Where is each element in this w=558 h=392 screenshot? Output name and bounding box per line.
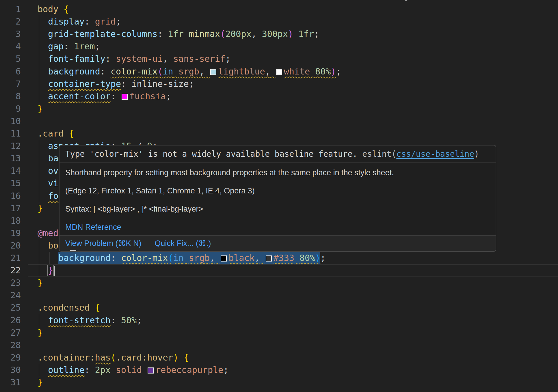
line-number[interactable]: 21 xyxy=(0,252,21,264)
token xyxy=(204,66,210,76)
code-line[interactable]: 4 gap: 1rem; xyxy=(0,40,558,53)
line-number[interactable]: 24 xyxy=(0,289,21,301)
line-number[interactable]: 31 xyxy=(0,376,21,389)
bracket-match: } xyxy=(48,265,53,275)
code-line[interactable]: 26 font-stretch: 50%; xyxy=(0,314,558,326)
quick-fix-link[interactable]: Quick Fix... (⌘.) xyxy=(155,239,211,248)
line-number[interactable]: 6 xyxy=(0,65,21,78)
token: ; xyxy=(166,91,171,101)
code-line[interactable]: 30 outline: 2px solid rebeccapurple; xyxy=(0,364,558,376)
token: } xyxy=(38,377,43,387)
token: 200px xyxy=(225,29,251,39)
token: @med xyxy=(38,228,58,238)
line-number[interactable]: 23 xyxy=(0,277,21,289)
hover-tooltip: Type 'color-mix' is not a widely availab… xyxy=(59,145,496,252)
line-number[interactable]: 8 xyxy=(0,90,21,102)
line-number[interactable]: 29 xyxy=(0,351,21,364)
code-line[interactable]: 31} xyxy=(0,376,558,389)
code-line[interactable]: 6 background: color-mix(in srgb, lightbl… xyxy=(0,65,558,78)
line-number[interactable]: 3 xyxy=(0,28,21,40)
token: ) xyxy=(288,29,293,39)
line-number[interactable]: 14 xyxy=(0,165,21,177)
token: grid xyxy=(95,16,116,27)
line-number[interactable]: 4 xyxy=(0,40,21,53)
token: ; xyxy=(320,253,326,263)
view-problem-link[interactable]: View Problem (⌘K N) xyxy=(65,239,142,248)
ui-sliver xyxy=(405,0,407,1)
indent-guide xyxy=(39,239,39,277)
code-line[interactable]: 28 xyxy=(0,339,558,351)
token: , xyxy=(252,29,257,39)
line-number[interactable]: 13 xyxy=(0,152,21,165)
line-number[interactable]: 11 xyxy=(0,127,21,140)
line-content: display: grid; xyxy=(38,15,121,28)
code-line[interactable]: 21 background: color-mix(in srgb, black,… xyxy=(0,252,558,264)
line-number[interactable]: 17 xyxy=(0,202,21,214)
line-content: fo xyxy=(38,190,58,202)
code-line[interactable]: 22 } xyxy=(0,264,558,277)
token: body xyxy=(38,4,58,14)
color-swatch[interactable] xyxy=(276,69,282,75)
code-line[interactable]: 1body { xyxy=(0,3,558,15)
color-swatch[interactable] xyxy=(266,255,272,262)
code-line[interactable]: 8 accent-color: fuchsia; xyxy=(0,90,558,102)
line-number[interactable]: 1 xyxy=(0,3,21,15)
code-line[interactable]: 29.container:has(.card:hover) { xyxy=(0,351,558,364)
line-content: ov xyxy=(38,165,58,177)
diagnostic-source-close: ) xyxy=(474,149,479,159)
line-content: grid-template-columns: 1fr minmax(200px,… xyxy=(38,28,319,40)
doc-browser-support: (Edge 12, Firefox 1, Safari 1, Chrome 1,… xyxy=(65,186,490,196)
mdn-reference-link[interactable]: MDN Reference xyxy=(65,223,121,232)
token: background xyxy=(48,66,100,76)
line-number[interactable]: 9 xyxy=(0,102,21,115)
token: : xyxy=(85,16,90,27)
token: 80% xyxy=(315,66,331,76)
code-line[interactable]: 9} xyxy=(0,102,558,115)
code-line[interactable]: 23} xyxy=(0,277,558,289)
indent-guide xyxy=(39,314,39,326)
color-swatch[interactable] xyxy=(221,255,227,262)
line-number[interactable]: 22 xyxy=(0,264,21,277)
line-number[interactable]: 30 xyxy=(0,364,21,376)
eslint-rule-link[interactable]: css/use-baseline xyxy=(396,149,474,159)
color-swatch[interactable] xyxy=(122,94,128,100)
code-line[interactable]: 2 display: grid; xyxy=(0,15,558,28)
code-editor[interactable]: 1body {2 display: grid;3 grid-template-c… xyxy=(0,0,558,392)
line-number[interactable]: 2 xyxy=(0,15,21,28)
line-number[interactable]: 7 xyxy=(0,78,21,90)
line-number[interactable]: 20 xyxy=(0,239,21,252)
current-line-border xyxy=(28,264,558,265)
color-swatch[interactable] xyxy=(148,367,154,374)
line-number[interactable]: 5 xyxy=(0,53,21,65)
code-line[interactable]: 7 container-type: inline-size; xyxy=(0,78,558,90)
code-line[interactable]: 5 font-family: system-ui, sans-serif; xyxy=(0,53,558,65)
code-line[interactable]: 3 grid-template-columns: 1fr minmax(200p… xyxy=(0,28,558,40)
line-number[interactable]: 10 xyxy=(0,115,21,127)
line-number[interactable]: 28 xyxy=(0,339,21,351)
line-number[interactable]: 25 xyxy=(0,301,21,314)
token: ; xyxy=(314,29,319,39)
line-content: } xyxy=(38,202,43,214)
line-number[interactable]: 26 xyxy=(0,314,21,326)
token: { xyxy=(64,4,69,14)
token: minmax xyxy=(189,29,220,39)
code-line[interactable]: 27} xyxy=(0,326,558,339)
token xyxy=(116,315,121,325)
line-number[interactable]: 15 xyxy=(0,177,21,189)
line-number[interactable]: 18 xyxy=(0,214,21,227)
code-line[interactable]: 10 xyxy=(0,115,558,127)
color-swatch[interactable] xyxy=(210,69,216,75)
token: 80% xyxy=(300,253,315,263)
line-number[interactable]: 12 xyxy=(0,140,21,152)
token: } xyxy=(38,328,43,338)
code-line[interactable]: 11.card { xyxy=(0,127,558,140)
code-line[interactable]: 25.condensed { xyxy=(0,301,558,314)
line-number[interactable]: 19 xyxy=(0,227,21,239)
token: ; xyxy=(336,66,341,76)
line-number[interactable]: 16 xyxy=(0,190,21,202)
token: , xyxy=(163,54,168,64)
token: accent-color xyxy=(48,91,111,101)
line-number[interactable]: 27 xyxy=(0,326,21,339)
token: container-type xyxy=(48,79,121,89)
code-line[interactable]: 24 xyxy=(0,289,558,301)
